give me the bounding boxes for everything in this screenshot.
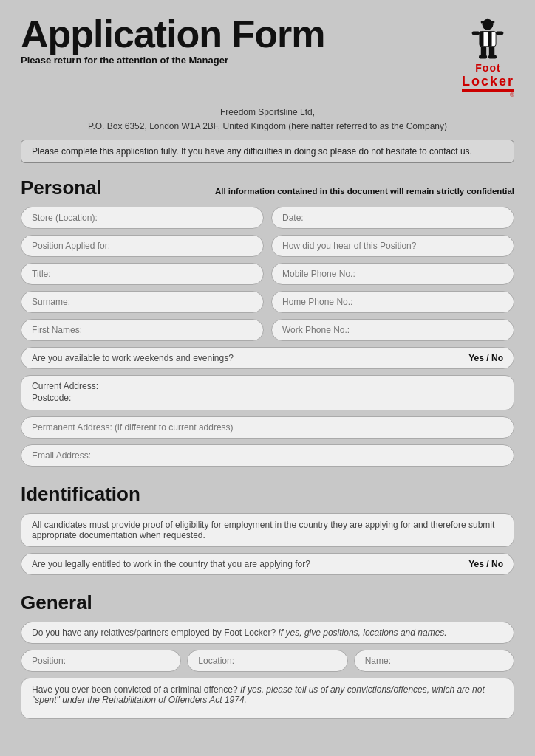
current-address-label: Current Address: <box>32 381 503 391</box>
first-names-input[interactable] <box>21 319 264 341</box>
notice-text: Please complete this application fully. … <box>32 146 472 157</box>
company-line1: Freedom Sportsline Ltd, <box>21 106 514 120</box>
relatives-question-box: Do you have any relatives/partners emplo… <box>21 622 514 644</box>
position-location-name-row <box>21 650 514 672</box>
svg-rect-6 <box>497 31 504 35</box>
surname-field <box>21 291 264 313</box>
title-input[interactable] <box>21 263 264 285</box>
general-heading: General <box>21 591 514 614</box>
mobile-field <box>271 263 514 285</box>
title-mobile-row <box>21 263 514 285</box>
general-title: General <box>21 591 92 614</box>
app-subtitle: Please return for the attention of the M… <box>21 55 325 66</box>
logo-locker: Locker <box>462 74 514 92</box>
foot-locker-logo: Foot Locker ® <box>462 18 514 98</box>
relatives-note: If yes, give positions, locations and na… <box>279 628 447 638</box>
svg-rect-1 <box>481 21 494 24</box>
id-title: Identification <box>21 483 140 506</box>
personal-heading: Personal All information contained in th… <box>21 176 514 199</box>
mobile-input[interactable] <box>271 263 514 285</box>
title-field <box>21 263 264 285</box>
weekends-yesno: Yes / No <box>468 353 503 363</box>
weekends-slash: / <box>486 353 491 363</box>
personal-title: Personal <box>21 176 102 199</box>
position-input[interactable] <box>21 650 181 672</box>
legally-yes: Yes <box>468 559 484 569</box>
email-field <box>21 444 514 467</box>
store-field <box>21 207 264 229</box>
permanent-address-field <box>21 416 514 439</box>
surname-input[interactable] <box>21 291 264 313</box>
logo-tm: ® <box>510 92 514 98</box>
header: Application Form Please return for the a… <box>21 15 514 98</box>
weekends-label: Are you available to work weekends and e… <box>32 353 234 363</box>
company-line2: P.O. Box 6352, London W1A 2BF, United Ki… <box>21 120 514 134</box>
header-left: Application Form Please return for the a… <box>21 15 325 66</box>
legally-entitled-yesno: Yes / No <box>468 559 503 569</box>
svg-rect-10 <box>488 55 497 59</box>
relatives-question: Do you have any relatives/partners emplo… <box>32 628 276 638</box>
date-input[interactable] <box>271 207 514 229</box>
personal-section: Personal All information contained in th… <box>21 176 514 467</box>
notice-box: Please complete this application fully. … <box>21 140 514 163</box>
weekends-no: No <box>491 353 503 363</box>
identification-section: Identification All candidates must provi… <box>21 483 514 575</box>
criminal-question: Have you ever been convicted of a crimin… <box>32 684 238 695</box>
position-applied-field <box>21 235 264 257</box>
company-info: Freedom Sportsline Ltd, P.O. Box 6352, L… <box>21 106 514 134</box>
confidential-note: All information contained in this docume… <box>215 187 514 196</box>
permanent-address-input[interactable] <box>21 416 514 439</box>
svg-rect-5 <box>472 31 480 35</box>
criminal-box: Have you ever been convicted of a crimin… <box>21 678 514 719</box>
email-input[interactable] <box>21 444 514 467</box>
store-date-row <box>21 207 514 229</box>
logo-foot: Foot <box>475 62 500 74</box>
svg-point-0 <box>483 19 494 30</box>
name-input[interactable] <box>354 650 514 672</box>
home-phone-input[interactable] <box>271 291 514 313</box>
legally-entitled-label: Are you legally entitled to work in the … <box>32 559 310 569</box>
legally-slash: / <box>486 559 491 569</box>
location-input[interactable] <box>187 650 347 672</box>
surname-homephone-row <box>21 291 514 313</box>
firstnames-workphone-row <box>21 319 514 341</box>
svg-rect-3 <box>480 31 484 46</box>
weekends-yes: Yes <box>468 353 484 363</box>
app-title: Application Form <box>21 15 325 53</box>
store-location-input[interactable] <box>21 207 264 229</box>
svg-rect-4 <box>488 31 492 46</box>
weekends-row[interactable]: Are you available to work weekends and e… <box>21 347 514 369</box>
work-phone-field <box>271 319 514 341</box>
postcode-label: Postcode: <box>32 393 503 403</box>
general-section: General Do you have any relatives/partne… <box>21 591 514 719</box>
home-phone-field <box>271 291 514 313</box>
id-heading: Identification <box>21 483 514 506</box>
first-names-field <box>21 319 264 341</box>
how-hear-input[interactable] <box>271 235 514 257</box>
id-notice-box: All candidates must provide proof of eli… <box>21 513 514 547</box>
current-address-box[interactable]: Current Address: Postcode: <box>21 375 514 410</box>
logo-text: Foot Locker ® <box>462 62 514 98</box>
svg-rect-9 <box>479 55 487 59</box>
work-phone-input[interactable] <box>271 319 514 341</box>
how-hear-field <box>271 235 514 257</box>
id-notice-text: All candidates must provide proof of eli… <box>32 520 494 540</box>
date-field <box>271 207 514 229</box>
legally-entitled-row[interactable]: Are you legally entitled to work in the … <box>21 553 514 575</box>
position-applied-input[interactable] <box>21 235 264 257</box>
referee-icon <box>466 18 510 62</box>
legally-no: No <box>491 559 503 569</box>
position-hear-row <box>21 235 514 257</box>
